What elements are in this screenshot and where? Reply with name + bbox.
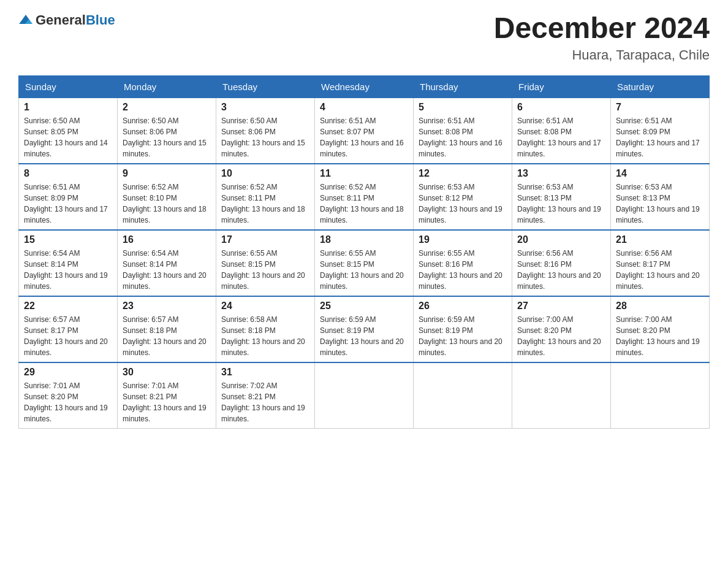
- day-info: Sunrise: 6:51 AM Sunset: 8:08 PM Dayligh…: [517, 115, 605, 159]
- calendar-cell: 14 Sunrise: 6:53 AM Sunset: 8:13 PM Dayl…: [611, 164, 710, 230]
- calendar-cell: 2 Sunrise: 6:50 AM Sunset: 8:06 PM Dayli…: [118, 98, 216, 164]
- day-info: Sunrise: 6:51 AM Sunset: 8:09 PM Dayligh…: [616, 115, 704, 159]
- calendar-cell: [611, 362, 710, 429]
- calendar-cell: 10 Sunrise: 6:52 AM Sunset: 8:11 PM Dayl…: [216, 164, 315, 230]
- day-info: Sunrise: 6:53 AM Sunset: 8:13 PM Dayligh…: [517, 182, 605, 226]
- page-subtitle: Huara, Tarapaca, Chile: [494, 47, 710, 63]
- day-number: 11: [320, 168, 408, 179]
- calendar-cell: 23 Sunrise: 6:57 AM Sunset: 8:18 PM Dayl…: [118, 296, 216, 362]
- calendar-cell: 30 Sunrise: 7:01 AM Sunset: 8:21 PM Dayl…: [118, 362, 216, 429]
- day-number: 6: [517, 102, 605, 113]
- day-number: 22: [24, 301, 112, 312]
- calendar-cell: 11 Sunrise: 6:52 AM Sunset: 8:11 PM Dayl…: [315, 164, 414, 230]
- logo-text-blue: Blue: [86, 12, 115, 28]
- day-info: Sunrise: 6:57 AM Sunset: 8:18 PM Dayligh…: [123, 314, 211, 358]
- calendar-cell: 19 Sunrise: 6:55 AM Sunset: 8:16 PM Dayl…: [414, 230, 512, 296]
- page-header: GeneralBlue December 2024 Huara, Tarapac…: [18, 12, 710, 63]
- day-info: Sunrise: 6:55 AM Sunset: 8:15 PM Dayligh…: [320, 248, 408, 292]
- calendar-cell: 9 Sunrise: 6:52 AM Sunset: 8:10 PM Dayli…: [118, 164, 216, 230]
- day-info: Sunrise: 6:54 AM Sunset: 8:14 PM Dayligh…: [123, 248, 211, 292]
- calendar-header-row: SundayMondayTuesdayWednesdayThursdayFrid…: [19, 76, 710, 98]
- day-number: 7: [616, 102, 704, 113]
- calendar-cell: 26 Sunrise: 6:59 AM Sunset: 8:19 PM Dayl…: [414, 296, 512, 362]
- calendar-cell: 7 Sunrise: 6:51 AM Sunset: 8:09 PM Dayli…: [611, 98, 710, 164]
- day-info: Sunrise: 6:55 AM Sunset: 8:16 PM Dayligh…: [419, 248, 507, 292]
- page-title: December 2024: [494, 12, 710, 45]
- day-number: 18: [320, 234, 408, 245]
- calendar-cell: 1 Sunrise: 6:50 AM Sunset: 8:05 PM Dayli…: [19, 98, 118, 164]
- title-section: December 2024 Huara, Tarapaca, Chile: [494, 12, 710, 63]
- day-number: 3: [221, 102, 309, 113]
- day-info: Sunrise: 6:50 AM Sunset: 8:06 PM Dayligh…: [123, 115, 211, 159]
- calendar-cell: 20 Sunrise: 6:56 AM Sunset: 8:16 PM Dayl…: [512, 230, 611, 296]
- calendar-cell: 4 Sunrise: 6:51 AM Sunset: 8:07 PM Dayli…: [315, 98, 414, 164]
- day-number: 14: [616, 168, 704, 179]
- column-header-monday: Monday: [118, 76, 216, 98]
- day-info: Sunrise: 6:52 AM Sunset: 8:11 PM Dayligh…: [221, 182, 309, 226]
- day-number: 9: [123, 168, 211, 179]
- calendar-cell: 17 Sunrise: 6:55 AM Sunset: 8:15 PM Dayl…: [216, 230, 315, 296]
- day-number: 12: [419, 168, 507, 179]
- day-number: 30: [123, 367, 211, 378]
- day-info: Sunrise: 6:51 AM Sunset: 8:08 PM Dayligh…: [419, 115, 507, 159]
- day-info: Sunrise: 6:55 AM Sunset: 8:15 PM Dayligh…: [221, 248, 309, 292]
- day-info: Sunrise: 6:52 AM Sunset: 8:11 PM Dayligh…: [320, 182, 408, 226]
- day-info: Sunrise: 6:52 AM Sunset: 8:10 PM Dayligh…: [123, 182, 211, 226]
- calendar-cell: 12 Sunrise: 6:53 AM Sunset: 8:12 PM Dayl…: [414, 164, 512, 230]
- day-number: 24: [221, 301, 309, 312]
- calendar-cell: 31 Sunrise: 7:02 AM Sunset: 8:21 PM Dayl…: [216, 362, 315, 429]
- day-number: 31: [221, 367, 309, 378]
- column-header-saturday: Saturday: [611, 76, 710, 98]
- day-number: 28: [616, 301, 704, 312]
- day-number: 27: [517, 301, 605, 312]
- calendar-cell: 22 Sunrise: 6:57 AM Sunset: 8:17 PM Dayl…: [19, 296, 118, 362]
- day-info: Sunrise: 7:01 AM Sunset: 8:21 PM Dayligh…: [123, 380, 211, 424]
- day-info: Sunrise: 6:58 AM Sunset: 8:18 PM Dayligh…: [221, 314, 309, 358]
- calendar-cell: 27 Sunrise: 7:00 AM Sunset: 8:20 PM Dayl…: [512, 296, 611, 362]
- day-info: Sunrise: 6:56 AM Sunset: 8:16 PM Dayligh…: [517, 248, 605, 292]
- column-header-friday: Friday: [512, 76, 611, 98]
- calendar-cell: 28 Sunrise: 7:00 AM Sunset: 8:20 PM Dayl…: [611, 296, 710, 362]
- day-info: Sunrise: 7:00 AM Sunset: 8:20 PM Dayligh…: [517, 314, 605, 358]
- day-info: Sunrise: 6:54 AM Sunset: 8:14 PM Dayligh…: [24, 248, 112, 292]
- day-number: 2: [123, 102, 211, 113]
- calendar-cell: 25 Sunrise: 6:59 AM Sunset: 8:19 PM Dayl…: [315, 296, 414, 362]
- calendar-cell: 3 Sunrise: 6:50 AM Sunset: 8:06 PM Dayli…: [216, 98, 315, 164]
- calendar-cell: 21 Sunrise: 6:56 AM Sunset: 8:17 PM Dayl…: [611, 230, 710, 296]
- calendar-cell: 29 Sunrise: 7:01 AM Sunset: 8:20 PM Dayl…: [19, 362, 118, 429]
- day-info: Sunrise: 6:53 AM Sunset: 8:13 PM Dayligh…: [616, 182, 704, 226]
- calendar-cell: 15 Sunrise: 6:54 AM Sunset: 8:14 PM Dayl…: [19, 230, 118, 296]
- calendar-cell: 8 Sunrise: 6:51 AM Sunset: 8:09 PM Dayli…: [19, 164, 118, 230]
- column-header-wednesday: Wednesday: [315, 76, 414, 98]
- column-header-thursday: Thursday: [414, 76, 512, 98]
- day-number: 29: [24, 367, 112, 378]
- calendar-cell: [512, 362, 611, 429]
- calendar-cell: 18 Sunrise: 6:55 AM Sunset: 8:15 PM Dayl…: [315, 230, 414, 296]
- day-number: 23: [123, 301, 211, 312]
- day-info: Sunrise: 7:00 AM Sunset: 8:20 PM Dayligh…: [616, 314, 704, 358]
- day-number: 21: [616, 234, 704, 245]
- day-number: 5: [419, 102, 507, 113]
- calendar-week-4: 22 Sunrise: 6:57 AM Sunset: 8:17 PM Dayl…: [19, 296, 710, 362]
- calendar-cell: 6 Sunrise: 6:51 AM Sunset: 8:08 PM Dayli…: [512, 98, 611, 164]
- day-info: Sunrise: 6:51 AM Sunset: 8:07 PM Dayligh…: [320, 115, 408, 159]
- day-info: Sunrise: 6:59 AM Sunset: 8:19 PM Dayligh…: [320, 314, 408, 358]
- calendar-cell: 5 Sunrise: 6:51 AM Sunset: 8:08 PM Dayli…: [414, 98, 512, 164]
- calendar-cell: [414, 362, 512, 429]
- logo-icon: [18, 13, 33, 28]
- calendar-cell: 13 Sunrise: 6:53 AM Sunset: 8:13 PM Dayl…: [512, 164, 611, 230]
- day-number: 1: [24, 102, 112, 113]
- day-number: 4: [320, 102, 408, 113]
- logo: GeneralBlue: [18, 12, 115, 28]
- day-number: 26: [419, 301, 507, 312]
- day-info: Sunrise: 6:56 AM Sunset: 8:17 PM Dayligh…: [616, 248, 704, 292]
- day-number: 20: [517, 234, 605, 245]
- day-info: Sunrise: 6:59 AM Sunset: 8:19 PM Dayligh…: [419, 314, 507, 358]
- calendar-table: SundayMondayTuesdayWednesdayThursdayFrid…: [18, 75, 710, 429]
- day-info: Sunrise: 6:53 AM Sunset: 8:12 PM Dayligh…: [419, 182, 507, 226]
- day-number: 10: [221, 168, 309, 179]
- calendar-week-2: 8 Sunrise: 6:51 AM Sunset: 8:09 PM Dayli…: [19, 164, 710, 230]
- day-number: 15: [24, 234, 112, 245]
- calendar-cell: 16 Sunrise: 6:54 AM Sunset: 8:14 PM Dayl…: [118, 230, 216, 296]
- day-number: 19: [419, 234, 507, 245]
